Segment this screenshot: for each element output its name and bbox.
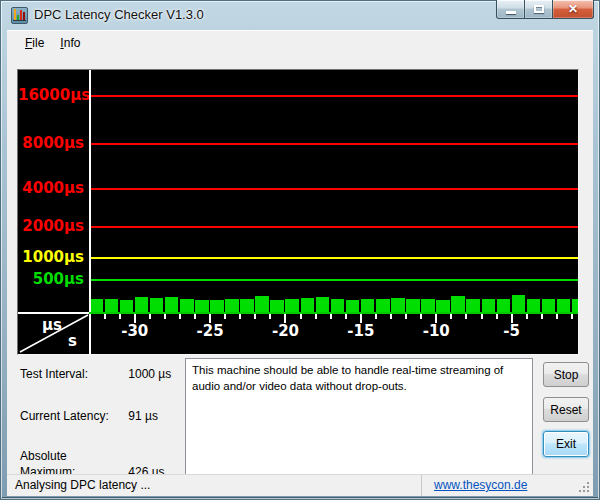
- x-minor-tick: [481, 314, 483, 319]
- app-icon: [11, 7, 28, 24]
- info-row-current-latency: Current Latency: 91 µs: [20, 408, 158, 424]
- x-minor-tick: [330, 314, 332, 319]
- x-unit-label: s: [68, 332, 77, 350]
- info-row-test-interval: Test Interval: 1000 µs: [20, 366, 171, 382]
- latency-bar: [316, 297, 330, 312]
- window-controls: ✕: [496, 0, 594, 19]
- exit-button[interactable]: Exit: [543, 431, 589, 457]
- latency-bar: [466, 299, 480, 312]
- x-minor-tick: [239, 314, 241, 319]
- info-row-absolute-maximum: Absolute Maximum: 426 µs: [20, 448, 165, 464]
- latency-bar: [270, 300, 284, 312]
- x-axis-baseline: [89, 312, 578, 314]
- latency-bar: [391, 298, 405, 312]
- x-minor-tick: [345, 314, 347, 319]
- client-area: File Info 16000µs8000µs4000µs2000µs1000µ…: [7, 30, 593, 495]
- latency-bar: [180, 299, 194, 312]
- x-minor-tick: [556, 314, 558, 319]
- y-axis-tick-label: 8000µs: [18, 134, 84, 152]
- latency-chart: 16000µs8000µs4000µs2000µs1000µs500µs µs …: [17, 69, 579, 355]
- x-minor-tick: [119, 314, 121, 319]
- maximize-icon: [534, 5, 544, 13]
- latency-bar: [165, 297, 179, 312]
- x-minor-tick: [541, 314, 543, 319]
- latency-bar: [421, 299, 435, 312]
- latency-bar: [361, 299, 375, 312]
- icon-bar-orange: [14, 9, 16, 20]
- latency-bar: [301, 298, 315, 312]
- latency-bar: [120, 300, 134, 312]
- x-axis-tick-label: -25: [197, 322, 224, 340]
- menu-bar: File Info: [7, 32, 593, 54]
- x-minor-tick: [149, 314, 151, 319]
- x-minor-tick: [450, 314, 452, 319]
- close-icon: ✕: [568, 1, 578, 18]
- y-gridline: [91, 279, 578, 281]
- minimize-button[interactable]: [496, 0, 525, 19]
- latency-bar: [240, 299, 254, 312]
- latency-bar: [527, 299, 541, 312]
- result-textbox[interactable]: This machine should be able to handle re…: [185, 358, 533, 475]
- menu-file[interactable]: File: [17, 33, 52, 53]
- reset-button[interactable]: Reset: [543, 397, 589, 422]
- latency-bar: [542, 299, 556, 312]
- x-minor-tick: [164, 314, 166, 319]
- maximize-button[interactable]: [525, 0, 553, 19]
- test-interval-value: 1000 µs: [128, 367, 171, 381]
- x-axis-tick-label: -15: [347, 322, 374, 340]
- plot-area: [91, 70, 578, 312]
- x-minor-tick: [571, 314, 573, 319]
- y-gridline: [91, 226, 578, 228]
- y-gridline: [91, 188, 578, 190]
- x-minor-tick: [104, 314, 106, 319]
- x-minor-tick: [179, 314, 181, 319]
- x-minor-tick: [375, 314, 377, 319]
- y-gridline: [91, 143, 578, 145]
- latency-bar: [406, 299, 420, 312]
- x-axis-tick-label: -30: [121, 322, 148, 340]
- latency-bar: [331, 299, 345, 312]
- titlebar[interactable]: DPC Latency Checker V1.3.0 ✕: [0, 0, 600, 30]
- y-axis-tick-label: 1000µs: [18, 248, 84, 266]
- latency-bar: [572, 299, 578, 312]
- stop-button[interactable]: Stop: [543, 362, 589, 387]
- resize-grip-icon[interactable]: [577, 480, 589, 492]
- minimize-icon: [506, 11, 516, 14]
- latency-bar: [497, 299, 511, 312]
- latency-bar: [105, 299, 119, 312]
- x-axis-tick-label: -5: [503, 322, 520, 340]
- x-minor-tick: [194, 314, 196, 319]
- x-minor-tick: [405, 314, 407, 319]
- x-minor-tick: [526, 314, 528, 319]
- menu-info[interactable]: Info: [52, 33, 88, 53]
- latency-bar: [150, 298, 164, 312]
- close-button[interactable]: ✕: [553, 0, 594, 19]
- current-latency-value: 91 µs: [128, 409, 158, 423]
- latency-bar: [512, 295, 526, 312]
- x-minor-tick: [420, 314, 422, 319]
- x-minor-tick: [224, 314, 226, 319]
- latency-bar: [225, 299, 239, 312]
- x-minor-tick: [390, 314, 392, 319]
- latency-bar: [482, 299, 496, 312]
- status-bar: Analysing DPC latency ... www.thesycon.d…: [7, 474, 593, 496]
- latency-bar: [195, 300, 209, 312]
- latency-bar: [436, 300, 450, 312]
- x-minor-tick: [496, 314, 498, 319]
- y-unit-label: µs: [42, 316, 62, 334]
- latency-bar: [451, 296, 465, 312]
- x-minor-tick: [300, 314, 302, 319]
- icon-bar-green: [17, 15, 19, 20]
- thesycon-link[interactable]: www.thesycon.de: [434, 478, 527, 492]
- x-minor-tick: [269, 314, 271, 319]
- current-latency-label: Current Latency:: [20, 408, 125, 424]
- latency-bar: [285, 299, 299, 312]
- window-title: DPC Latency Checker V1.3.0: [34, 0, 204, 29]
- y-gridline: [91, 257, 578, 259]
- status-text: Analysing DPC latency ...: [15, 475, 150, 496]
- x-axis-tick-label: -20: [272, 322, 299, 340]
- latency-bar: [135, 297, 149, 312]
- latency-bar: [346, 300, 360, 312]
- app-window: DPC Latency Checker V1.3.0 ✕ File Info 1…: [0, 0, 600, 500]
- y-gridline: [91, 95, 578, 97]
